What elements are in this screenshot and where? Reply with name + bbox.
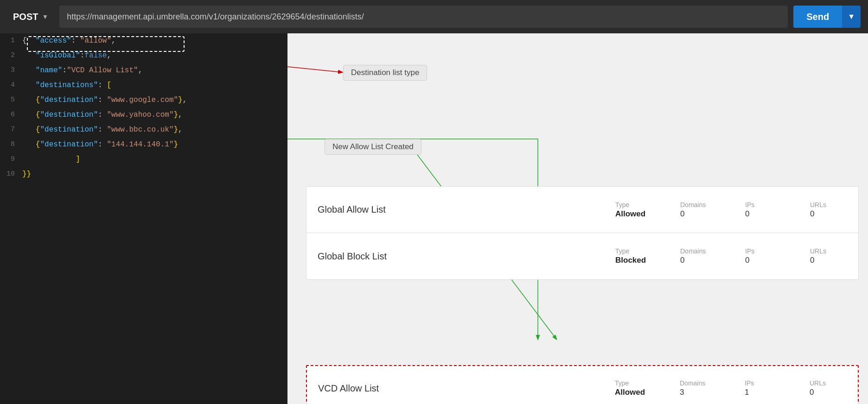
line-content-6: {"destination": "www.yahoo.com"}, — [22, 108, 183, 121]
line-num-4: 4 — [0, 79, 22, 92]
code-line-1: 1 { "access": "allow", — [0, 33, 287, 48]
row-stats-vcd-allow: Type Allowed Domains 3 IPs 1 URLs 0 — [615, 379, 847, 397]
code-line-9: 9 ] — [0, 152, 287, 167]
stat-ips-global-allow: IPs 0 — [745, 201, 782, 219]
line-num-1: 1 — [0, 34, 22, 47]
right-panel: Destination list type New Allow List Cre… — [287, 33, 868, 404]
code-line-4: 4 "destinations": [ — [0, 78, 287, 93]
send-button[interactable]: Send — [793, 6, 842, 28]
line-content-7: {"destination": "www.bbc.co.uk"}, — [22, 123, 183, 136]
row-name-vcd-allow: VCD Allow List — [318, 383, 448, 394]
line-content-5: {"destination": "www.google.com"}, — [22, 94, 187, 107]
code-line-6: 6 {"destination": "www.yahoo.com"}, — [0, 107, 287, 122]
stat-urls-vcd-allow: URLs 0 — [810, 379, 847, 397]
stat-domains-global-block: Domains 0 — [680, 247, 717, 265]
table-row-global-allow[interactable]: Global Allow List Type Allowed Domains 0… — [306, 187, 858, 233]
svg-line-0 — [287, 67, 342, 72]
destination-lists-table: Global Allow List Type Allowed Domains 0… — [306, 186, 859, 280]
line-content-8: {"destination": "144.144.140.1"} — [22, 138, 178, 151]
line-num-2: 2 — [0, 49, 22, 62]
line-num-3: 3 — [0, 64, 22, 77]
stat-urls-global-block: URLs 0 — [810, 247, 847, 265]
line-content-4: "destinations": [ — [22, 79, 111, 92]
stat-type-global-allow: Type Allowed — [615, 201, 652, 219]
code-line-8: 8 {"destination": "144.144.140.1"} — [0, 137, 287, 152]
row-name-global-allow: Global Allow List — [318, 204, 447, 215]
line-num-7: 7 — [0, 123, 22, 136]
method-chevron-icon: ▼ — [42, 13, 48, 20]
send-button-group: Send ▼ — [793, 6, 861, 28]
code-line-7: 7 {"destination": "www.bbc.co.uk"}, — [0, 122, 287, 137]
stat-ips-global-block: IPs 0 — [745, 247, 782, 265]
stat-type-global-block: Type Blocked — [615, 247, 652, 265]
row-stats-global-allow: Type Allowed Domains 0 IPs 0 URLs 0 — [615, 201, 847, 219]
line-content-9: ] — [22, 153, 80, 166]
code-panel: 1 { "access": "allow", 2 "isGlobal":fals… — [0, 33, 287, 404]
method-label: POST — [13, 12, 38, 22]
url-input[interactable] — [59, 6, 788, 28]
main-content: 1 { "access": "allow", 2 "isGlobal":fals… — [0, 33, 868, 404]
line-num-6: 6 — [0, 108, 22, 121]
line-num-8: 8 — [0, 138, 22, 151]
line-content-2: "isGlobal":false, — [22, 49, 111, 62]
code-lines: 1 { "access": "allow", 2 "isGlobal":fals… — [0, 33, 287, 182]
line-content-10: }} — [22, 168, 31, 181]
new-allow-list-label: New Allow List Created — [325, 139, 421, 155]
row-stats-global-block: Type Blocked Domains 0 IPs 0 URLs 0 — [615, 247, 847, 265]
stat-ips-vcd-allow: IPs 1 — [745, 379, 782, 397]
top-bar: POST ▼ Send ▼ — [0, 0, 868, 33]
dest-list-type-label: Destination list type — [343, 65, 427, 81]
line-content-1: { "access": "allow", — [22, 34, 116, 47]
code-line-10: 10 }} — [0, 167, 287, 182]
line-num-10: 10 — [0, 168, 22, 181]
code-line-3: 3 "name":"VCD Allow List", — [0, 63, 287, 78]
stat-urls-global-allow: URLs 0 — [810, 201, 847, 219]
code-line-2: 2 "isGlobal":false, — [0, 48, 287, 63]
code-line-5: 5 {"destination": "www.google.com"}, — [0, 93, 287, 107]
line-num-5: 5 — [0, 94, 22, 107]
table-row-vcd-allow[interactable]: VCD Allow List Type Allowed Domains 3 IP… — [306, 365, 859, 404]
stat-type-vcd-allow: Type Allowed — [615, 379, 652, 397]
line-num-9: 9 — [0, 153, 22, 166]
stat-domains-vcd-allow: Domains 3 — [680, 379, 717, 397]
table-row-global-block[interactable]: Global Block List Type Blocked Domains 0… — [306, 233, 858, 279]
method-dropdown[interactable]: POST ▼ — [7, 8, 54, 26]
row-name-global-block: Global Block List — [318, 251, 447, 262]
stat-domains-global-allow: Domains 0 — [680, 201, 717, 219]
line-content-3: "name":"VCD Allow List", — [22, 64, 142, 77]
send-dropdown-button[interactable]: ▼ — [842, 6, 861, 28]
